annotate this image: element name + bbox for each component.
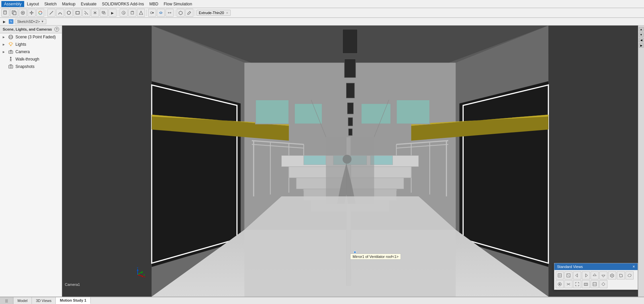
- standard-views-close[interactable]: ×: [633, 264, 635, 269]
- menu-item-mbd[interactable]: MBD: [147, 1, 161, 7]
- standard-views-header: Standard Views ×: [554, 263, 638, 270]
- bottom-tabs-bar: ||| Model 3D Views Motion Study 1: [0, 297, 644, 304]
- view-btn-top[interactable]: [591, 271, 599, 279]
- menu-item-flow-simulation[interactable]: Flow Simulation: [161, 1, 195, 7]
- view-btn-front[interactable]: [556, 271, 564, 279]
- extrude-label[interactable]: Extrude-Thin20 ×: [196, 10, 231, 16]
- tab-motion-study[interactable]: Motion Study 1: [56, 297, 91, 304]
- toolbar-btn-cube[interactable]: [177, 9, 185, 17]
- toolbar-line[interactable]: [47, 9, 55, 17]
- standard-views-panel: Standard Views ×: [554, 263, 638, 290]
- far-right-btn-2[interactable]: ▼: [639, 32, 644, 37]
- sketch-label[interactable]: SketchSD<2> ▼: [15, 19, 46, 24]
- svg-text:X: X: [144, 275, 146, 278]
- view-btn-left[interactable]: [573, 271, 581, 279]
- toolbar-trim[interactable]: [82, 9, 90, 17]
- far-right-btn-3[interactable]: ◀: [639, 38, 644, 42]
- axis-indicator: Z X Y: [129, 266, 146, 283]
- sidebar-item-snapshots[interactable]: ▶ Snapshots: [0, 63, 62, 70]
- toolbar-offset[interactable]: [100, 9, 108, 17]
- bottom-left-indicator: |||: [0, 297, 13, 304]
- svg-rect-75: [344, 59, 356, 77]
- snapshots-icon: [8, 64, 13, 69]
- tab-3d-views[interactable]: 3D Views: [32, 297, 56, 304]
- svg-rect-81: [294, 104, 322, 124]
- svg-line-40: [9, 43, 10, 43]
- view-btn-extra2[interactable]: [591, 280, 599, 288]
- toolbar-btn-2[interactable]: [10, 9, 18, 17]
- svg-marker-9: [31, 11, 32, 12]
- view-btn-perspective[interactable]: [564, 280, 572, 288]
- toolbar-btn-edit[interactable]: [185, 9, 193, 17]
- sidebar-help-icon[interactable]: ?: [54, 27, 59, 32]
- toolbar-mirror[interactable]: [91, 9, 99, 17]
- toolbar-rect[interactable]: [74, 9, 82, 17]
- main-content: Scene, Lights, and Cameras ? ▶ Scene (3 …: [0, 26, 644, 297]
- sidebar-item-walkthrough[interactable]: ▶ Walk-through: [0, 55, 62, 63]
- svg-text:Y: Y: [137, 266, 139, 269]
- view-btn-trimetric[interactable]: [617, 271, 625, 279]
- svg-marker-132: [619, 274, 623, 277]
- toolbar-sep-4: [175, 9, 175, 16]
- toolbar-btn-extra4[interactable]: [148, 9, 156, 17]
- sidebar-item-lights[interactable]: ▶ Lights: [0, 41, 62, 48]
- toolbar-arrow-more[interactable]: ▶: [108, 9, 117, 17]
- sidebar-item-scene[interactable]: ▶ Scene (3 Point Faded): [0, 33, 62, 41]
- toolbar-btn-extra3[interactable]: [137, 9, 145, 17]
- toolbar-btn-extra5[interactable]: [157, 9, 165, 17]
- menu-bar: Assembly Layout Sketch Markup Evaluate S…: [0, 0, 644, 8]
- toolbar-sep-1: [46, 9, 46, 16]
- svg-marker-27: [139, 11, 143, 14]
- toolbar-btn-extra1[interactable]: S: [120, 9, 128, 17]
- far-right-btn-1[interactable]: ▲: [639, 27, 644, 32]
- scene-icon: [8, 34, 13, 40]
- svg-marker-66: [459, 81, 548, 267]
- menu-item-assembly[interactable]: Assembly: [1, 1, 24, 7]
- back-arrow-btn[interactable]: ▶: [1, 18, 7, 25]
- svg-rect-0: [4, 11, 6, 14]
- menu-item-evaluate[interactable]: Evaluate: [78, 1, 99, 7]
- view-btn-bottom[interactable]: [599, 271, 607, 279]
- menu-item-solidworks-addins[interactable]: SOLIDWORKS Add-Ins: [99, 1, 146, 7]
- view-btn-right[interactable]: [582, 271, 590, 279]
- sidebar-item-lights-label: Lights: [15, 42, 26, 47]
- sketch-dropdown-arrow[interactable]: ▼: [41, 20, 44, 23]
- toolbar-btn-1[interactable]: [1, 9, 9, 17]
- viewport[interactable]: Mirror1 of Ventilator roof<1> Camera1 Z …: [62, 26, 638, 297]
- view-btn-extra1[interactable]: [582, 280, 590, 288]
- svg-marker-63: [152, 81, 241, 267]
- view-btn-back[interactable]: [564, 271, 572, 279]
- menu-item-layout[interactable]: Layout: [24, 1, 42, 7]
- menu-item-sketch[interactable]: Sketch: [42, 1, 59, 7]
- toolbar-btn-3[interactable]: [19, 9, 27, 17]
- svg-rect-3: [13, 12, 16, 15]
- svg-rect-102: [304, 155, 326, 165]
- svg-point-30: [168, 12, 169, 13]
- svg-rect-78: [348, 118, 353, 126]
- toolbar-btn-extra2[interactable]: [128, 9, 136, 17]
- tab-model[interactable]: Model: [13, 297, 32, 304]
- far-right-btn-4[interactable]: ▶: [639, 43, 644, 48]
- toolbar-arc[interactable]: [56, 9, 64, 17]
- toolbar-sep-2: [118, 9, 118, 16]
- camera-expand-arrow: ▶: [3, 50, 6, 53]
- view-btn-expand[interactable]: [573, 280, 581, 288]
- svg-line-139: [568, 284, 570, 285]
- svg-rect-54: [10, 65, 12, 65]
- view-btn-extra3[interactable]: [599, 280, 607, 288]
- lights-expand-arrow: ▶: [3, 43, 6, 46]
- svg-marker-60: [62, 26, 152, 297]
- toolbar-btn-move[interactable]: [28, 9, 36, 17]
- sidebar: Scene, Lights, and Cameras ? ▶ Scene (3 …: [0, 26, 62, 297]
- svg-marker-33: [179, 11, 182, 15]
- toolbar-btn-extra6[interactable]: [166, 9, 174, 17]
- svg-line-14: [50, 11, 53, 14]
- view-btn-dimetric[interactable]: [626, 271, 634, 279]
- view-btn-iso[interactable]: [608, 271, 616, 279]
- extrude-close[interactable]: ×: [226, 11, 228, 15]
- toolbar-circle[interactable]: [65, 9, 73, 17]
- menu-item-markup[interactable]: Markup: [59, 1, 78, 7]
- sidebar-item-camera[interactable]: ▶ Camera: [0, 48, 62, 55]
- toolbar-btn-color[interactable]: [36, 9, 44, 17]
- view-btn-normal[interactable]: [556, 280, 564, 288]
